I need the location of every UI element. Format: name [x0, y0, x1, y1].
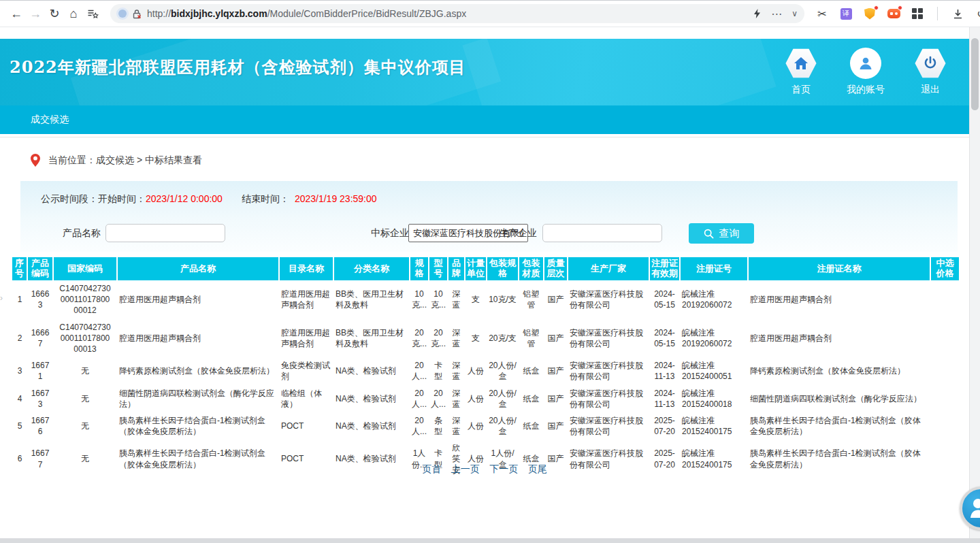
- column-header: 产品编码: [27, 257, 53, 280]
- table-cell: 无: [53, 357, 117, 384]
- table-cell: 腔道用医用超声耦合剂: [117, 280, 279, 319]
- table-cell: 腔道用医用超声耦合剂: [279, 319, 333, 358]
- address-bar[interactable]: http://bidxjbjhc.ylqxzb.com/Module/ComBi…: [110, 4, 804, 23]
- table-cell: 腔道用医用超声耦合剂: [117, 319, 279, 358]
- page-prev-link[interactable]: 上一页: [451, 463, 480, 474]
- table-row: 116663C1407042730 00011017800 00012腔道用医用…: [12, 280, 959, 319]
- column-header: 型号: [429, 257, 448, 280]
- table-row: 216667C1407042730 00011017800 00013腔道用医用…: [12, 319, 959, 358]
- nav-home[interactable]: 首页: [785, 48, 817, 96]
- shield-extension-icon[interactable]: [863, 7, 877, 20]
- extension-orb-icon[interactable]: [118, 10, 127, 18]
- translate-badge: 译: [840, 8, 852, 20]
- star-lines-icon: [87, 8, 99, 20]
- table-cell: 深蓝: [448, 385, 465, 412]
- table-cell: NA类、检验试剂: [333, 385, 410, 412]
- download-icon[interactable]: [951, 7, 964, 20]
- menu-bar: 成交候选: [0, 105, 969, 134]
- undo-icon[interactable]: ↺: [975, 7, 980, 20]
- table-cell: NA类、检验试剂: [333, 357, 410, 384]
- table-cell: 16667: [27, 319, 53, 358]
- table-cell: 2: [12, 319, 27, 358]
- table-cell: 临检组（体液）: [279, 385, 333, 412]
- table-cell: C1407042730 00011017800 00012: [53, 280, 117, 319]
- table-cell: 20克/支: [487, 319, 519, 358]
- page-title: 2022年新疆北部联盟医用耗材（含检验试剂）集中议价项目: [10, 56, 466, 78]
- table-cell: 纸盒: [519, 385, 544, 412]
- end-label: 结束时间：: [242, 193, 289, 204]
- table-cell: BB类、医用卫生材料及敷料: [333, 319, 410, 358]
- table-cell: [930, 412, 959, 440]
- chevron-down-icon[interactable]: ∨: [791, 9, 798, 18]
- search-icon: [704, 229, 714, 239]
- table-cell: 20人份/盒: [487, 412, 519, 440]
- table-cell: 安徽深蓝医疗科技股份有限公司: [568, 319, 649, 358]
- gamepad-glyph: [887, 9, 900, 18]
- service-person-icon: [968, 496, 980, 521]
- side-panel-handle[interactable]: ›: [0, 293, 7, 303]
- insecure-lock-icon: [132, 9, 142, 19]
- column-header: 计量单位: [465, 257, 487, 280]
- product-name-input[interactable]: [105, 224, 225, 242]
- table-cell: 10克...: [410, 280, 429, 319]
- column-header: 国家编码: [53, 257, 117, 280]
- gamepad-extension-icon[interactable]: [887, 7, 900, 20]
- table-cell: 安徽深蓝医疗科技股份有限公司: [568, 280, 649, 319]
- page-next-link[interactable]: 下一页: [489, 463, 518, 474]
- table-cell: 国产: [544, 280, 568, 319]
- manufacturer-input[interactable]: [542, 224, 662, 242]
- menu-item-candidates[interactable]: 成交候选: [31, 114, 69, 126]
- nav-logout[interactable]: 退出: [915, 48, 946, 96]
- table-cell: 无: [53, 385, 117, 412]
- back-icon[interactable]: ←: [7, 4, 26, 23]
- header-nav: 首页 我的账号 退出: [785, 48, 946, 96]
- table-cell: [930, 357, 959, 384]
- table-cell: BB类、医用卫生材料及敷料: [333, 280, 410, 319]
- table-cell: 深蓝: [448, 357, 465, 384]
- horizontal-scrollbar-strip[interactable]: [0, 538, 980, 543]
- table-cell: 纸盒: [519, 357, 544, 384]
- power-hexagon-icon: [915, 48, 946, 79]
- table-cell: 10克/支: [487, 280, 519, 319]
- table-cell: 16663: [27, 280, 53, 319]
- table-cell: 人份: [465, 412, 487, 440]
- page-first-link[interactable]: 页首: [422, 463, 441, 474]
- customer-service-widget[interactable]: [960, 487, 980, 530]
- table-cell: 2024-11-13: [649, 357, 680, 384]
- table-cell: 皖械注准 20152400018: [680, 385, 748, 412]
- table-cell: 2025-07-20: [649, 412, 680, 440]
- table-cell: 胰岛素样生长因子结合蛋白-1检测试剂盒（胶体金免疫层析法）: [117, 412, 279, 440]
- nav-account-label: 我的账号: [847, 84, 885, 96]
- table-row: 316671无降钙素原检测试剂盒（胶体金免疫层析法）免疫类检测试剂NA类、检验试…: [12, 357, 959, 384]
- reading-list-star-icon[interactable]: [83, 4, 102, 23]
- column-header: 中选价格: [930, 257, 959, 280]
- table-cell: C1407042730 00011017800 00013: [53, 319, 117, 358]
- table-cell: 人份: [465, 357, 487, 384]
- table-cell: 细菌性阴道病四联检测试剂盒（酶化学反应法）: [748, 385, 930, 412]
- table-cell: 皖械注准 20152400051: [680, 357, 748, 384]
- more-actions-icon[interactable]: ⋯: [771, 7, 782, 20]
- extensions-grid-icon[interactable]: [911, 7, 924, 20]
- translate-extension-icon[interactable]: 译: [839, 7, 853, 20]
- table-cell: 3: [12, 357, 27, 384]
- scrollbar-thumb[interactable]: [971, 38, 979, 110]
- lightning-icon[interactable]: [753, 8, 762, 19]
- home-icon[interactable]: ⌂: [64, 4, 83, 23]
- table-cell: 支: [465, 280, 487, 319]
- page-last-link[interactable]: 页尾: [528, 463, 547, 474]
- table-cell: 2024-05-15: [649, 319, 680, 358]
- vertical-scrollbar[interactable]: [969, 27, 980, 538]
- table-cell: 20克...: [429, 319, 448, 358]
- forward-icon[interactable]: →: [26, 4, 45, 23]
- column-header: 包装材质: [519, 257, 544, 280]
- scissors-extension-icon[interactable]: ✂: [815, 7, 829, 20]
- url-scheme: http://: [147, 8, 171, 19]
- nav-account[interactable]: 我的账号: [847, 48, 885, 96]
- query-button[interactable]: 查询: [689, 223, 754, 244]
- table-cell: 10克...: [429, 280, 448, 319]
- reload-icon[interactable]: ↻: [45, 4, 64, 23]
- table-cell: 降钙素原检测试剂盒（胶体金免疫层析法）: [117, 357, 279, 384]
- table-cell: 降钙素原检测试剂盒（胶体金免疫层析法）: [748, 357, 930, 384]
- column-header: 质量层次: [544, 257, 568, 280]
- column-header: 规格: [410, 257, 429, 280]
